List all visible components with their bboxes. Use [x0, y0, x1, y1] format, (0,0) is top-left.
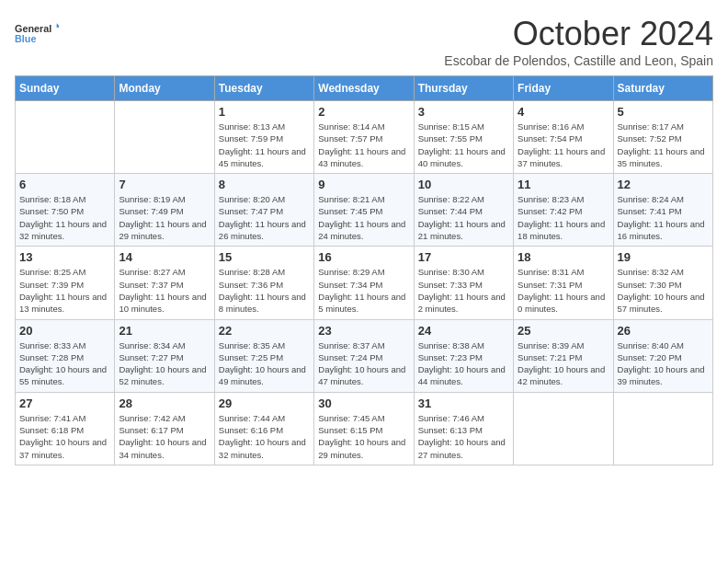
- day-info: Sunrise: 8:29 AMSunset: 7:34 PMDaylight:…: [318, 266, 409, 315]
- day-info: Sunrise: 8:31 AMSunset: 7:31 PMDaylight:…: [518, 266, 609, 315]
- calendar-cell: [613, 392, 712, 465]
- calendar-cell: 16 Sunrise: 8:29 AMSunset: 7:34 PMDaylig…: [314, 247, 414, 319]
- day-number: 8: [219, 178, 310, 191]
- title-block: October 2024 Escobar de Polendos, Castil…: [444, 15, 713, 68]
- day-number: 29: [219, 396, 310, 410]
- day-info: Sunrise: 8:22 AMSunset: 7:44 PMDaylight:…: [418, 193, 509, 242]
- calendar-cell: 9 Sunrise: 8:21 AMSunset: 7:45 PMDayligh…: [314, 174, 414, 247]
- calendar-week-row: 1 Sunrise: 8:13 AMSunset: 7:59 PMDayligh…: [16, 101, 713, 174]
- day-number: 18: [518, 250, 609, 264]
- calendar-cell: 25 Sunrise: 8:39 AMSunset: 7:21 PMDaylig…: [514, 319, 613, 392]
- calendar-cell: 3 Sunrise: 8:15 AMSunset: 7:55 PMDayligh…: [414, 101, 513, 174]
- day-info: Sunrise: 8:35 AMSunset: 7:25 PMDaylight:…: [219, 339, 310, 388]
- calendar-cell: 18 Sunrise: 8:31 AMSunset: 7:31 PMDaylig…: [514, 247, 613, 319]
- day-info: Sunrise: 8:21 AMSunset: 7:45 PMDaylight:…: [318, 193, 409, 242]
- calendar-cell: 12 Sunrise: 8:24 AMSunset: 7:41 PMDaylig…: [613, 174, 712, 247]
- day-info: Sunrise: 8:38 AMSunset: 7:23 PMDaylight:…: [418, 339, 509, 388]
- day-number: 3: [418, 105, 509, 119]
- col-header-thursday: Thursday: [414, 76, 513, 101]
- calendar-cell: [16, 101, 115, 174]
- day-info: Sunrise: 8:23 AMSunset: 7:42 PMDaylight:…: [518, 193, 609, 242]
- col-header-sunday: Sunday: [16, 76, 115, 101]
- calendar-cell: 21 Sunrise: 8:34 AMSunset: 7:27 PMDaylig…: [115, 319, 214, 392]
- day-info: Sunrise: 8:39 AMSunset: 7:21 PMDaylight:…: [518, 339, 609, 388]
- day-info: Sunrise: 7:46 AMSunset: 6:13 PMDaylight:…: [418, 412, 509, 461]
- day-number: 6: [19, 178, 110, 191]
- col-header-wednesday: Wednesday: [314, 76, 414, 101]
- day-number: 25: [518, 324, 609, 338]
- calendar-header-row: SundayMondayTuesdayWednesdayThursdayFrid…: [16, 76, 713, 101]
- day-number: 7: [119, 178, 210, 191]
- day-info: Sunrise: 8:17 AMSunset: 7:52 PMDaylight:…: [618, 121, 709, 169]
- day-info: Sunrise: 8:13 AMSunset: 7:59 PMDaylight:…: [219, 121, 310, 169]
- day-info: Sunrise: 8:28 AMSunset: 7:36 PMDaylight:…: [219, 266, 310, 315]
- day-number: 22: [219, 324, 310, 338]
- day-number: 10: [418, 178, 509, 191]
- svg-text:Blue: Blue: [15, 33, 36, 44]
- calendar-week-row: 20 Sunrise: 8:33 AMSunset: 7:28 PMDaylig…: [16, 319, 713, 392]
- day-info: Sunrise: 7:44 AMSunset: 6:16 PMDaylight:…: [219, 412, 310, 461]
- day-number: 23: [318, 324, 409, 338]
- day-number: 27: [19, 396, 110, 410]
- day-number: 20: [19, 324, 110, 338]
- calendar-cell: 17 Sunrise: 8:30 AMSunset: 7:33 PMDaylig…: [414, 247, 513, 319]
- calendar-cell: 11 Sunrise: 8:23 AMSunset: 7:42 PMDaylig…: [514, 174, 613, 247]
- col-header-saturday: Saturday: [613, 76, 712, 101]
- day-number: 11: [518, 178, 609, 191]
- day-number: 16: [318, 250, 409, 264]
- calendar-week-row: 27 Sunrise: 7:41 AMSunset: 6:18 PMDaylig…: [16, 392, 713, 465]
- day-number: 30: [318, 396, 409, 410]
- calendar-cell: 22 Sunrise: 8:35 AMSunset: 7:25 PMDaylig…: [214, 319, 313, 392]
- day-info: Sunrise: 8:33 AMSunset: 7:28 PMDaylight:…: [19, 339, 110, 388]
- day-number: 14: [119, 250, 210, 264]
- day-info: Sunrise: 7:42 AMSunset: 6:17 PMDaylight:…: [119, 412, 210, 461]
- calendar-cell: 20 Sunrise: 8:33 AMSunset: 7:28 PMDaylig…: [16, 319, 115, 392]
- calendar-cell: [514, 392, 613, 465]
- day-number: 28: [119, 396, 210, 410]
- calendar-cell: 2 Sunrise: 8:14 AMSunset: 7:57 PMDayligh…: [314, 101, 414, 174]
- day-info: Sunrise: 8:20 AMSunset: 7:47 PMDaylight:…: [219, 193, 310, 242]
- calendar-week-row: 13 Sunrise: 8:25 AMSunset: 7:39 PMDaylig…: [16, 247, 713, 319]
- col-header-tuesday: Tuesday: [214, 76, 313, 101]
- calendar-cell: 28 Sunrise: 7:42 AMSunset: 6:17 PMDaylig…: [115, 392, 214, 465]
- day-info: Sunrise: 8:32 AMSunset: 7:30 PMDaylight:…: [618, 266, 709, 315]
- svg-marker-2: [57, 23, 59, 28]
- calendar-cell: 27 Sunrise: 7:41 AMSunset: 6:18 PMDaylig…: [16, 392, 115, 465]
- day-info: Sunrise: 8:30 AMSunset: 7:33 PMDaylight:…: [418, 266, 509, 315]
- day-number: 26: [618, 324, 709, 338]
- month-title: October 2024: [444, 15, 713, 53]
- calendar-cell: 5 Sunrise: 8:17 AMSunset: 7:52 PMDayligh…: [613, 101, 712, 174]
- day-number: 17: [418, 250, 509, 264]
- logo-svg: General Blue: [15, 15, 59, 52]
- calendar-cell: 14 Sunrise: 8:27 AMSunset: 7:37 PMDaylig…: [115, 247, 214, 319]
- day-info: Sunrise: 8:34 AMSunset: 7:27 PMDaylight:…: [119, 339, 210, 388]
- day-info: Sunrise: 7:41 AMSunset: 6:18 PMDaylight:…: [19, 412, 110, 461]
- calendar-cell: 6 Sunrise: 8:18 AMSunset: 7:50 PMDayligh…: [16, 174, 115, 247]
- calendar-cell: 19 Sunrise: 8:32 AMSunset: 7:30 PMDaylig…: [613, 247, 712, 319]
- col-header-monday: Monday: [115, 76, 214, 101]
- col-header-friday: Friday: [514, 76, 613, 101]
- day-info: Sunrise: 8:24 AMSunset: 7:41 PMDaylight:…: [618, 193, 709, 242]
- calendar-cell: 1 Sunrise: 8:13 AMSunset: 7:59 PMDayligh…: [214, 101, 313, 174]
- calendar-cell: 10 Sunrise: 8:22 AMSunset: 7:44 PMDaylig…: [414, 174, 513, 247]
- day-info: Sunrise: 7:45 AMSunset: 6:15 PMDaylight:…: [318, 412, 409, 461]
- day-info: Sunrise: 8:37 AMSunset: 7:24 PMDaylight:…: [318, 339, 409, 388]
- day-info: Sunrise: 8:16 AMSunset: 7:54 PMDaylight:…: [518, 121, 609, 169]
- day-info: Sunrise: 8:18 AMSunset: 7:50 PMDaylight:…: [19, 193, 110, 242]
- calendar-cell: 7 Sunrise: 8:19 AMSunset: 7:49 PMDayligh…: [115, 174, 214, 247]
- day-number: 15: [219, 250, 310, 264]
- day-number: 31: [418, 396, 509, 410]
- svg-text:General: General: [15, 23, 51, 34]
- calendar-cell: 13 Sunrise: 8:25 AMSunset: 7:39 PMDaylig…: [16, 247, 115, 319]
- day-info: Sunrise: 8:40 AMSunset: 7:20 PMDaylight:…: [618, 339, 709, 388]
- day-number: 13: [19, 250, 110, 264]
- calendar-cell: 29 Sunrise: 7:44 AMSunset: 6:16 PMDaylig…: [214, 392, 313, 465]
- calendar-cell: 15 Sunrise: 8:28 AMSunset: 7:36 PMDaylig…: [214, 247, 313, 319]
- day-number: 24: [418, 324, 509, 338]
- day-number: 9: [318, 178, 409, 191]
- calendar-cell: [115, 101, 214, 174]
- day-number: 19: [618, 250, 709, 264]
- page-header: General Blue October 2024 Escobar de Pol…: [15, 15, 713, 68]
- day-info: Sunrise: 8:14 AMSunset: 7:57 PMDaylight:…: [318, 121, 409, 169]
- logo: General Blue: [15, 15, 59, 52]
